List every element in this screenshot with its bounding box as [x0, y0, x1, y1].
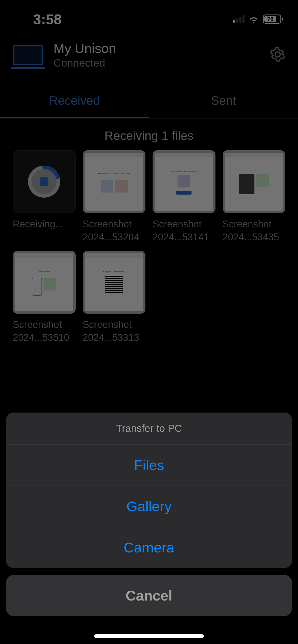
home-indicator[interactable] — [94, 634, 204, 638]
action-cancel-button[interactable]: Cancel — [6, 575, 292, 616]
action-files-button[interactable]: Files — [6, 445, 292, 486]
action-gallery-button[interactable]: Gallery — [6, 486, 292, 527]
action-camera-button[interactable]: Camera — [6, 527, 292, 568]
action-sheet-title: Transfer to PC — [6, 413, 292, 445]
action-sheet-group: Transfer to PC Files Gallery Camera — [6, 413, 292, 568]
action-sheet: Transfer to PC Files Gallery Camera Canc… — [6, 413, 292, 616]
